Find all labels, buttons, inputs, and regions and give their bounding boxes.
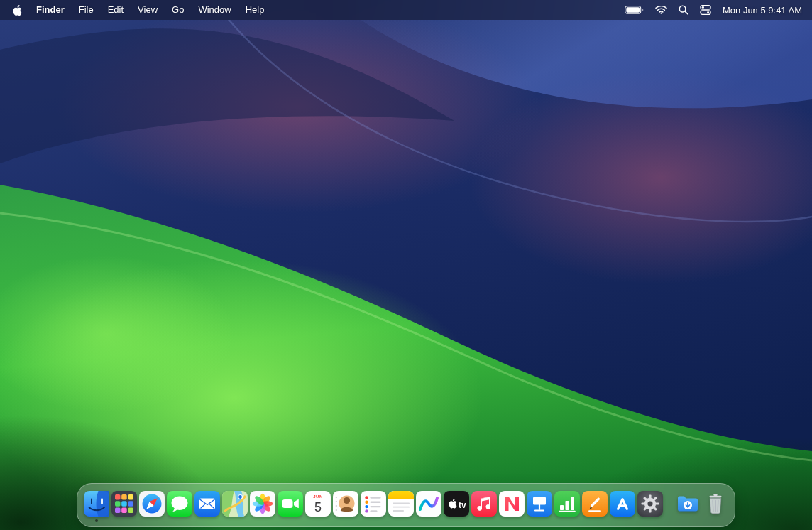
tv-logo-label: tv	[459, 500, 466, 510]
downloads-folder-icon	[675, 491, 701, 517]
finder-running-indicator	[95, 519, 98, 522]
dock-music[interactable]	[471, 491, 497, 517]
menu-edit[interactable]: Edit	[101, 0, 131, 20]
news-icon	[499, 491, 525, 517]
dock-news[interactable]	[499, 491, 525, 517]
dock: JUN 5	[77, 483, 735, 527]
menu-bar-clock[interactable]: Mon Jun 5 9:41 AM	[717, 5, 805, 16]
dock-freeform[interactable]	[416, 491, 441, 517]
dock-messages[interactable]	[167, 491, 192, 517]
calendar-month-label: JUN	[313, 494, 323, 499]
reminders-icon	[361, 491, 386, 517]
dock-system-settings[interactable]	[637, 491, 663, 517]
app-store-icon	[610, 491, 635, 517]
menu-bar: Finder File Edit View Go Window Help	[0, 0, 812, 20]
dock-app-store[interactable]	[610, 491, 635, 517]
wifi-icon[interactable]	[649, 0, 673, 20]
dock-contacts[interactable]	[333, 491, 358, 517]
mail-icon	[194, 491, 220, 517]
dock-notes[interactable]	[388, 491, 414, 517]
tv-icon: tv	[444, 491, 469, 517]
music-icon	[471, 491, 497, 517]
desktop-wallpaper	[0, 0, 812, 530]
dock-facetime[interactable]	[278, 491, 303, 517]
dock-safari[interactable]	[139, 491, 165, 517]
calendar-icon: JUN 5	[305, 491, 331, 517]
dock-photos[interactable]	[250, 491, 275, 517]
dock-keynote[interactable]	[527, 491, 552, 517]
launchpad-icon	[111, 491, 137, 517]
menu-file[interactable]: File	[72, 0, 101, 20]
dock-downloads[interactable]	[675, 491, 701, 517]
menu-window[interactable]: Window	[191, 0, 238, 20]
dock-finder[interactable]	[84, 491, 109, 517]
dock-reminders[interactable]	[361, 491, 386, 517]
maps-icon	[222, 491, 248, 517]
menu-view[interactable]: View	[131, 0, 165, 20]
contacts-icon	[333, 491, 358, 517]
system-settings-icon	[637, 491, 663, 517]
finder-icon	[84, 491, 109, 517]
freeform-icon	[416, 491, 441, 517]
dock-calendar[interactable]: JUN 5	[305, 491, 331, 517]
menu-go[interactable]: Go	[165, 0, 191, 20]
messages-icon	[167, 491, 192, 517]
battery-icon[interactable]	[619, 0, 649, 20]
dock-tv[interactable]: tv	[444, 491, 469, 517]
dock-trash[interactable]	[703, 491, 728, 517]
apple-menu[interactable]	[7, 0, 29, 20]
menu-bar-right: Mon Jun 5 9:41 AM	[619, 0, 805, 20]
dock-numbers[interactable]	[554, 491, 580, 517]
safari-icon	[139, 491, 165, 517]
menu-help[interactable]: Help	[238, 0, 272, 20]
control-center-icon[interactable]	[694, 0, 717, 20]
notes-icon	[388, 491, 414, 517]
trash-icon	[703, 491, 728, 517]
facetime-icon	[278, 491, 303, 517]
dock-maps[interactable]	[222, 491, 248, 517]
pages-icon	[582, 491, 608, 517]
dock-launchpad[interactable]	[111, 491, 137, 517]
app-menu-finder[interactable]: Finder	[29, 0, 72, 20]
calendar-day-label: 5	[314, 500, 322, 514]
dock-divider	[669, 488, 669, 519]
numbers-icon	[554, 491, 580, 517]
photos-icon	[250, 491, 275, 517]
apple-logo-icon	[13, 5, 22, 16]
spotlight-icon[interactable]	[673, 0, 694, 20]
dock-mail[interactable]	[194, 491, 220, 517]
keynote-icon	[527, 491, 552, 517]
dock-pages[interactable]	[582, 491, 608, 517]
menu-bar-left: Finder File Edit View Go Window Help	[7, 0, 271, 20]
